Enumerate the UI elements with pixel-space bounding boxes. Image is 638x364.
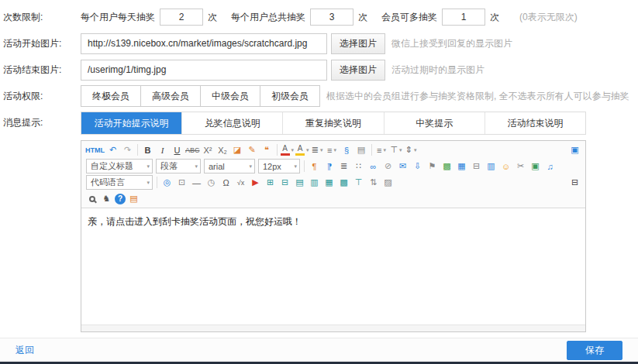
date-time-icon[interactable]: ◷	[205, 176, 218, 189]
row-insert-icon[interactable]: ▤	[293, 176, 306, 189]
toolbar-separator	[371, 144, 372, 156]
limits-label: 次数限制:	[3, 6, 81, 28]
fullscreen-icon[interactable]: ▣	[568, 143, 581, 156]
editor-toolbar-row-4: ♞?▤	[83, 191, 584, 207]
editor-toolbar: HTML↶↷BIUABCX²X₂◪✎❝A▾A▾≣▾≡▾§▤≡▾⊤▾⇕▾▣ 自定义…	[81, 141, 585, 208]
insert-code-icon[interactable]: ◎	[160, 176, 174, 189]
anchor-icon[interactable]: §	[340, 143, 353, 156]
insert-image-icon[interactable]: ▣	[529, 160, 542, 173]
message-panel: 活动开始提示说明兑奖信息说明重复抽奖说明中奖提示活动结束说明 HTML↶↷BIU…	[81, 112, 586, 332]
total-input[interactable]	[310, 9, 353, 26]
editor-body[interactable]: 亲，请点击进入到刮卡抽奖活动页面，祝您好运哦！	[81, 208, 585, 325]
ordered-list-icon[interactable]: ≣▾	[311, 143, 324, 156]
music-icon[interactable]: ♫	[543, 160, 557, 173]
email-icon[interactable]: ✉	[396, 160, 409, 173]
start-image-pick-button[interactable]: 选择图片	[331, 33, 385, 54]
line-height-icon[interactable]: ⇕▾	[405, 143, 418, 156]
redo-icon[interactable]: ↷	[121, 143, 134, 156]
table-delete-icon[interactable]: ⊟	[278, 176, 291, 189]
snippet-icon[interactable]: ⊡	[175, 176, 188, 189]
message-tab-5[interactable]: 活动结束说明	[485, 112, 585, 134]
save-button[interactable]: 保存	[567, 341, 622, 360]
screenshot-icon[interactable]: ✂	[514, 160, 527, 173]
paragraph-rtl-icon[interactable]: ¶	[322, 160, 336, 173]
strikethrough-icon[interactable]: ABC	[185, 143, 200, 156]
italic-icon[interactable]: I	[156, 143, 169, 156]
font-family-dropdown[interactable]: arial▾	[204, 159, 255, 173]
extra-input[interactable]	[442, 9, 485, 26]
blockquote-icon[interactable]: ❝	[260, 143, 274, 156]
split-cells-icon[interactable]: ▩	[337, 176, 350, 189]
message-tab-2[interactable]: 兑奖信息说明	[182, 112, 283, 134]
total-unit: 次	[358, 11, 367, 24]
emotion-icon[interactable]: ☺	[499, 160, 512, 173]
align-icon[interactable]: ≡▾	[375, 143, 388, 156]
message-tab-3[interactable]: 重复抽奖说明	[283, 112, 384, 134]
background-color-icon[interactable]: A▾	[295, 143, 309, 156]
print-icon[interactable]: ⊟	[568, 176, 581, 189]
font-color-icon[interactable]: A▾	[281, 143, 295, 156]
paragraph-dropdown[interactable]: 段落▾	[156, 159, 201, 173]
download-icon[interactable]: ⇩	[411, 160, 424, 173]
html-source-icon[interactable]: HTML	[85, 143, 105, 156]
member-option-3[interactable]: 中级会员	[200, 85, 260, 107]
format-painter-icon[interactable]: ✎	[246, 143, 259, 156]
superscript-icon[interactable]: X²	[202, 143, 215, 156]
code-language-dropdown[interactable]: 代码语言▾	[86, 175, 153, 190]
horizontal-rule-icon[interactable]: —	[190, 176, 203, 189]
extra-unit: 次	[490, 11, 499, 24]
auto-typeset-icon[interactable]: ∷	[352, 160, 365, 173]
col-insert-icon[interactable]: ▥	[308, 176, 321, 189]
table-header-icon[interactable]: ⊤	[352, 176, 365, 189]
sort-icon[interactable]: ⇅	[367, 176, 380, 189]
special-char-icon[interactable]: Ω	[219, 176, 233, 189]
end-image-pick-button[interactable]: 选择图片	[331, 60, 385, 81]
float-icon[interactable]: ⊤▾	[390, 143, 403, 156]
table-insert-icon[interactable]: ⊞	[264, 176, 277, 189]
unordered-list-icon[interactable]: ≡▾	[326, 143, 339, 156]
start-image-input[interactable]	[81, 33, 327, 54]
custom-title-dropdown[interactable]: 自定义标题▾	[86, 159, 153, 173]
map-icon[interactable]: ▩	[440, 160, 453, 173]
insert-frame-icon[interactable]: ▤	[355, 143, 368, 156]
message-tab-4[interactable]: 中奖提示	[385, 112, 485, 134]
undo-icon[interactable]: ↶	[106, 143, 119, 156]
message-tab-1[interactable]: 活动开始提示说明	[81, 112, 182, 134]
toolbar-separator	[137, 144, 138, 156]
end-image-hint: 活动过期时的显示图片	[391, 64, 485, 77]
remove-format-icon[interactable]: ◪	[231, 143, 244, 156]
video-icon[interactable]: ▶	[249, 176, 262, 189]
start-image-row: 活动开始图片: 选择图片 微信上接受到回复的显示图片	[3, 33, 638, 54]
drafts-icon[interactable]: ▤	[127, 192, 140, 205]
toolbar-separator	[277, 144, 278, 156]
table-background-icon[interactable]: ▨	[381, 176, 395, 189]
link-icon[interactable]: ∞	[367, 160, 380, 173]
chart-icon[interactable]: ▦	[455, 160, 468, 173]
underline-icon[interactable]: U	[171, 143, 184, 156]
member-option-2[interactable]: 高级会员	[140, 85, 201, 107]
per-day-label: 每个用户每天抽奖	[81, 11, 155, 24]
paragraph-ltr-icon[interactable]: ¶	[308, 160, 321, 173]
font-size-dropdown[interactable]: 12px▾	[258, 159, 300, 173]
member-option-1[interactable]: 终极会员	[81, 85, 141, 107]
back-link[interactable]: 返回	[16, 344, 34, 357]
bold-icon[interactable]: B	[141, 143, 154, 156]
member-option-4[interactable]: 初级会员	[260, 85, 320, 107]
subscript-icon[interactable]: X₂	[216, 143, 229, 156]
merge-cells-icon[interactable]: ▦	[322, 176, 336, 189]
preview-icon[interactable]: ♞	[100, 192, 113, 205]
help-icon[interactable]: ?	[115, 194, 126, 204]
unlink-icon[interactable]: ⊘	[381, 160, 395, 173]
justify-icon[interactable]: ≣	[337, 160, 350, 173]
editor-resize-bar[interactable]	[81, 325, 585, 331]
per-day-unit: 次	[208, 11, 217, 24]
formula-icon[interactable]: √x	[234, 176, 247, 189]
flag-icon[interactable]: ⚑	[426, 160, 439, 173]
per-day-input[interactable]	[160, 9, 203, 26]
template-icon[interactable]: ▥	[485, 160, 498, 173]
message-label: 消息提示:	[3, 112, 81, 133]
end-image-input[interactable]	[81, 60, 327, 81]
search-replace-icon[interactable]	[85, 192, 98, 205]
page-break-icon[interactable]: ⊟	[470, 160, 483, 173]
start-image-label: 活动开始图片:	[3, 33, 81, 54]
